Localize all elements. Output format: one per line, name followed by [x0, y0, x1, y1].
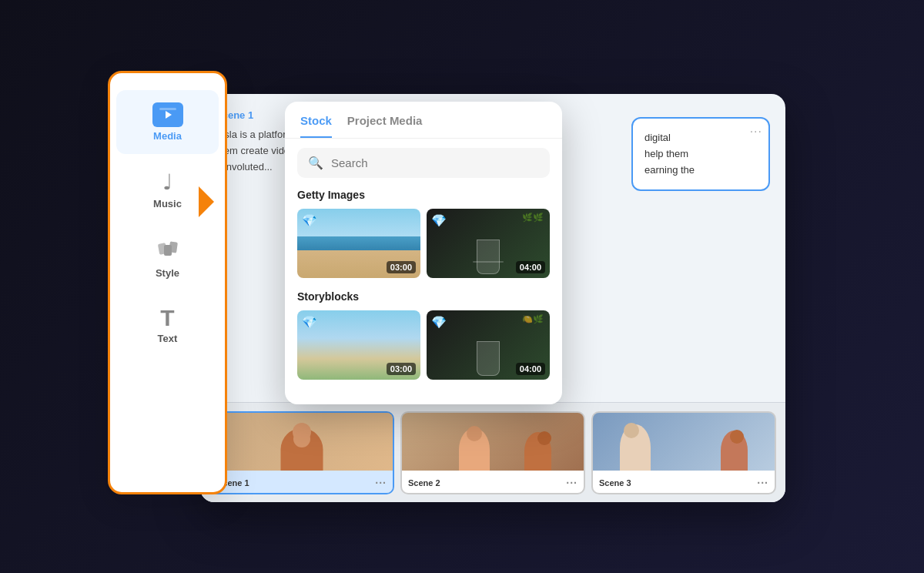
search-icon: 🔍 [308, 156, 323, 170]
scenes-row: Scene 1 ··· Scene 2 ··· [200, 402, 785, 502]
storyblocks-beach-thumb[interactable]: 💎 03:00 [297, 310, 420, 380]
scene-container: Scene 1 Visla is a platform for digital … [108, 48, 816, 525]
scene-card-1[interactable]: Scene 1 ··· [209, 411, 394, 494]
tab-project-media[interactable]: Project Media [347, 114, 423, 138]
text-icon: T [160, 307, 174, 330]
gem-badge-3: 💎 [302, 315, 317, 330]
svg-rect-5 [164, 245, 172, 256]
style-label: Style [156, 267, 179, 279]
getty-images-grid: 💎 03:00 🌿🌿 💎 04:00 [285, 209, 562, 278]
scene3-footer: Scene 3 ··· [593, 471, 775, 494]
scene-card-2[interactable]: Scene 2 ··· [400, 411, 585, 494]
scene2-thumbnail [402, 413, 584, 471]
getty-drink-thumb[interactable]: 🌿🌿 💎 04:00 [427, 209, 550, 278]
arrow-pointer [191, 183, 233, 228]
getty-beach-thumb[interactable]: 💎 03:00 [297, 209, 420, 278]
sidebar-item-text[interactable]: T Text [116, 294, 219, 357]
search-input[interactable] [331, 156, 539, 169]
sidebar-item-style[interactable]: Style [116, 225, 219, 291]
right-text-content: digitalhelp themearning the [644, 130, 757, 178]
scene-card-3[interactable]: Scene 3 ··· [591, 411, 776, 494]
storyblocks-title: Storyblocks [285, 290, 562, 303]
scene1-more-button[interactable]: ··· [375, 477, 387, 489]
style-icon [157, 237, 179, 264]
duration-badge-4: 04:00 [516, 363, 545, 375]
scene3-label: Scene 3 [599, 478, 631, 488]
gem-badge-4: 💎 [431, 315, 447, 330]
scene-right-text: ··· digitalhelp themearning the [631, 117, 770, 191]
scene2-footer: Scene 2 ··· [402, 471, 584, 494]
music-label: Music [153, 198, 182, 209]
tab-stock[interactable]: Stock [300, 114, 332, 138]
scene3-thumbnail [593, 413, 775, 471]
popup-tabs: Stock Project Media [285, 102, 562, 139]
stock-popup: Stock Project Media 🔍 Getty Images 💎 03:… [285, 102, 562, 404]
scene3-more-button[interactable]: ··· [757, 477, 768, 489]
storyblocks-drink-thumb[interactable]: 🍋🌿 💎 04:00 [427, 310, 550, 380]
sidebar: Media ♩ Music Style T Text [108, 71, 227, 494]
sidebar-item-media[interactable]: Media [116, 90, 219, 154]
scene2-label: Scene 2 [408, 478, 440, 488]
media-icon [152, 102, 183, 127]
scene1-footer: Scene 1 ··· [211, 471, 393, 494]
svg-marker-6 [199, 186, 214, 217]
text-label: Text [158, 333, 178, 344]
music-icon: ♩ [162, 169, 172, 195]
media-label: Media [153, 130, 182, 142]
storyblocks-grid: 💎 03:00 🍋🌿 💎 04:00 [285, 310, 562, 380]
gem-badge-1: 💎 [302, 213, 317, 228]
gem-badge-2: 💎 [431, 213, 447, 228]
scene2-more-button[interactable]: ··· [566, 477, 578, 489]
svg-rect-2 [159, 108, 176, 110]
duration-badge-1: 03:00 [387, 261, 416, 273]
more-options-button[interactable]: ··· [750, 125, 762, 139]
search-bar: 🔍 [297, 148, 550, 178]
scene1-thumbnail [211, 413, 393, 471]
getty-images-title: Getty Images [285, 189, 562, 201]
duration-badge-2: 04:00 [516, 261, 545, 273]
duration-badge-3: 03:00 [387, 363, 416, 375]
